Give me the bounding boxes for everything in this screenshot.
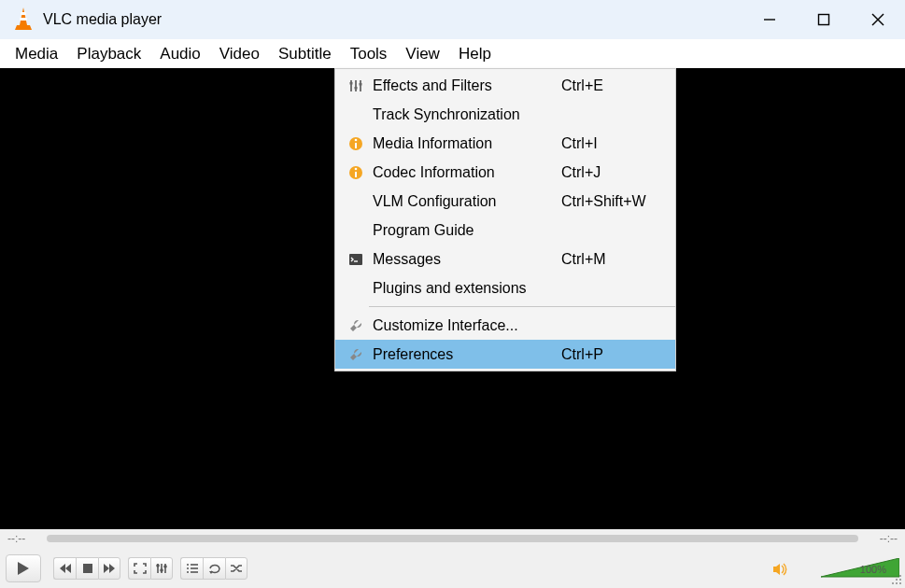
- menu-item-label: Codec Information: [369, 164, 561, 181]
- resize-grip-icon[interactable]: [891, 574, 902, 585]
- elapsed-time: --:--: [7, 532, 41, 545]
- menu-media[interactable]: Media: [6, 41, 67, 67]
- menu-item-label: Preferences: [369, 346, 561, 363]
- menu-playback[interactable]: Playback: [67, 41, 150, 67]
- menu-item-customize-interface[interactable]: Customize Interface...: [335, 311, 675, 340]
- menu-item-codec-information[interactable]: Codec InformationCtrl+J: [335, 158, 675, 187]
- menu-item-label: Program Guide: [369, 222, 561, 239]
- maximize-button[interactable]: [797, 0, 851, 39]
- extended-settings-button[interactable]: [150, 557, 173, 580]
- svg-rect-45: [349, 254, 362, 265]
- svg-rect-36: [350, 82, 353, 85]
- svg-marker-6: [18, 562, 29, 575]
- svg-point-44: [355, 167, 358, 170]
- menu-item-program-guide[interactable]: Program Guide: [335, 216, 675, 245]
- svg-point-16: [160, 568, 163, 572]
- svg-point-31: [896, 582, 898, 584]
- wrench-icon: [343, 318, 369, 333]
- menu-item-label: VLM Configuration: [369, 193, 561, 210]
- svg-rect-3: [819, 15, 829, 25]
- svg-point-27: [899, 575, 901, 577]
- fullscreen-button[interactable]: [128, 557, 150, 580]
- info-icon: [343, 165, 369, 180]
- svg-point-15: [156, 564, 160, 567]
- titlebar: VLC media player: [0, 0, 905, 40]
- svg-line-5: [872, 14, 884, 25]
- wrench-icon: [343, 347, 369, 362]
- playlist-button[interactable]: [180, 557, 203, 580]
- volume-control[interactable]: 100%: [772, 558, 899, 579]
- menu-audio[interactable]: Audio: [150, 41, 209, 67]
- svg-marker-25: [773, 564, 780, 575]
- svg-marker-11: [109, 564, 115, 573]
- random-button[interactable]: [225, 557, 247, 580]
- next-button[interactable]: [98, 557, 120, 580]
- svg-rect-37: [355, 87, 358, 90]
- svg-point-32: [899, 582, 901, 584]
- svg-point-30: [892, 582, 894, 584]
- menu-item-media-information[interactable]: Media InformationCtrl+I: [335, 129, 675, 158]
- menu-item-plugins-and-extensions[interactable]: Plugins and extensions: [335, 273, 675, 302]
- svg-marker-7: [60, 564, 65, 573]
- menu-item-shortcut: Ctrl+M: [561, 251, 675, 268]
- terminal-icon: [343, 253, 369, 266]
- svg-marker-8: [65, 564, 71, 573]
- menubar: Media Playback Audio Video Subtitle Tool…: [0, 40, 905, 68]
- vlc-cone-icon: [7, 7, 43, 34]
- remaining-time: --:--: [864, 532, 898, 545]
- svg-rect-38: [360, 83, 362, 86]
- menu-item-track-synchronization[interactable]: Track Synchronization: [335, 100, 675, 129]
- menu-item-label: Media Information: [369, 135, 561, 152]
- speaker-icon: [772, 563, 787, 579]
- menu-item-shortcut: Ctrl+Shift+W: [561, 193, 675, 210]
- menu-item-shortcut: Ctrl+I: [561, 135, 675, 152]
- menu-video[interactable]: Video: [210, 41, 269, 67]
- svg-point-23: [187, 571, 189, 573]
- loop-button[interactable]: [203, 557, 225, 580]
- svg-point-41: [355, 138, 358, 141]
- svg-marker-10: [104, 564, 109, 573]
- play-button[interactable]: [6, 554, 41, 582]
- menu-item-label: Plugins and extensions: [369, 280, 561, 297]
- svg-point-29: [899, 579, 901, 581]
- volume-label: 100%: [860, 564, 886, 575]
- menu-view[interactable]: View: [396, 41, 449, 67]
- menu-item-shortcut: Ctrl+E: [561, 77, 675, 94]
- menu-item-label: Effects and Filters: [369, 77, 561, 94]
- previous-button[interactable]: [53, 557, 76, 580]
- svg-point-21: [187, 564, 189, 566]
- menu-item-shortcut: Ctrl+J: [561, 164, 675, 181]
- close-button[interactable]: [851, 0, 905, 39]
- svg-rect-9: [83, 564, 92, 573]
- svg-rect-40: [355, 143, 357, 148]
- menu-separator: [369, 306, 675, 307]
- svg-point-28: [896, 579, 898, 581]
- menu-item-shortcut: Ctrl+P: [561, 346, 675, 363]
- seek-track[interactable]: [47, 535, 858, 542]
- menu-help[interactable]: Help: [449, 41, 501, 67]
- menu-item-messages[interactable]: MessagesCtrl+M: [335, 245, 675, 273]
- svg-rect-1: [20, 18, 26, 21]
- minimize-button[interactable]: [742, 0, 797, 39]
- menu-item-vlm-configuration[interactable]: VLM ConfigurationCtrl+Shift+W: [335, 187, 675, 216]
- menu-tools[interactable]: Tools: [341, 41, 397, 67]
- menu-item-effects-and-filters[interactable]: Effects and FiltersCtrl+E: [335, 71, 675, 100]
- seek-bar: --:-- --:--: [0, 529, 905, 548]
- stop-button[interactable]: [76, 557, 98, 580]
- menu-item-label: Track Synchronization: [369, 106, 561, 123]
- sliders-icon: [343, 78, 369, 93]
- svg-point-22: [187, 567, 189, 569]
- svg-rect-43: [355, 172, 357, 177]
- info-icon: [343, 136, 369, 151]
- menu-item-label: Messages: [369, 251, 561, 268]
- svg-line-4: [872, 14, 884, 25]
- menu-item-preferences[interactable]: PreferencesCtrl+P: [335, 340, 675, 369]
- tools-menu-dropdown: Effects and FiltersCtrl+ETrack Synchroni…: [334, 68, 676, 371]
- window-title: VLC media player: [43, 11, 742, 28]
- playback-controls: 100%: [0, 548, 905, 588]
- menu-item-label: Customize Interface...: [369, 317, 561, 334]
- svg-rect-0: [21, 12, 25, 15]
- menu-subtitle[interactable]: Subtitle: [269, 41, 341, 67]
- svg-point-17: [163, 565, 167, 568]
